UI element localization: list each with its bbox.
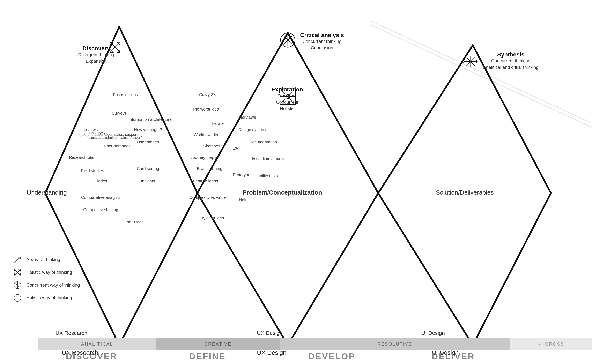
bottom-bar: UX Research UX Design UI Design ANALITIC…	[0, 327, 592, 364]
benchmark: Benchmark	[263, 156, 284, 161]
sketches: Sketches	[203, 144, 220, 149]
info-architecture: Information architecture	[128, 117, 172, 122]
goal-trees: Goal Trees	[124, 220, 144, 225]
interviews-detail: Interviews (users, stackeholder, sales, …	[86, 130, 142, 140]
surveys: Surveys	[112, 111, 127, 116]
feature-ideas: Feature ideas	[193, 179, 218, 183]
arrow-icon	[12, 255, 23, 264]
design-systems: Design systems	[238, 127, 267, 132]
hi-fi: Hi-fi	[239, 197, 246, 202]
svg-line-20	[14, 257, 20, 262]
complexity-vs-value: Complexity vs value	[189, 195, 226, 200]
insights: Insights	[141, 179, 155, 183]
svg-line-1	[370, 25, 592, 127]
expand-icon	[12, 268, 23, 277]
brainstorming: Brainstorming	[197, 166, 222, 171]
creative-segment: CREATIVE	[156, 338, 280, 350]
usability-tests: Usability tests	[252, 174, 278, 178]
svg-point-28	[14, 294, 21, 301]
discovery-label: Discovery Divergent thinking Expansion	[78, 45, 114, 65]
worst-idea: The worst idea	[192, 107, 219, 111]
svg-line-0	[370, 20, 592, 123]
understanding-label: Understanding	[27, 189, 67, 196]
synthesis-label: Synthesis Concurrent thinking Analitical…	[483, 51, 539, 71]
field-studies: Field studies	[81, 169, 104, 173]
diaries: Diaries	[94, 179, 107, 183]
circle-icon	[12, 294, 23, 302]
ux-design-bottom: UX Design	[257, 330, 283, 336]
prototypes: Prototypes	[233, 173, 252, 177]
legend: A way of thinking Holistic way of thinki…	[12, 255, 80, 306]
competitive-testing: Competitive testing	[83, 208, 118, 212]
main-container: Discovery Divergent thinking Expansion C…	[0, 0, 592, 364]
test: Test	[251, 156, 259, 161]
problem-label: Problem/Conceptualization	[243, 189, 322, 196]
discover-phase: DISCOVER	[66, 351, 117, 361]
workflow-ideas: Workflow ideas	[194, 132, 221, 137]
color-bar: ANALITICAL CREATIVE RESOLUTIVE N. CROSS	[0, 338, 592, 349]
user-personas: User personas	[104, 144, 131, 149]
iterate: Iterate	[212, 121, 224, 126]
comparative-analysis: Comparative analysis	[81, 195, 120, 200]
legend-item-3: Concurrent way of thinking	[12, 281, 80, 289]
critical-analysis-label: Critical analysis Concurrent thinking Co…	[300, 32, 344, 51]
interviews2: Interviews	[237, 115, 256, 120]
documentation: Documentation	[249, 140, 277, 144]
journey-maps: Journey maps	[191, 155, 217, 160]
legend-item-1: A way of thinking	[12, 255, 80, 264]
focus-groups: Focus groups	[113, 92, 138, 97]
exploration-label: Exploration Divergent Concurrent Holisti…	[271, 86, 303, 112]
define-phase: DEFINE	[189, 351, 226, 361]
asterisk-icon	[12, 281, 23, 289]
resolutive-segment: RESOLUTIVE	[280, 338, 510, 350]
legend-item-4: Holistic way of thinking	[12, 294, 80, 302]
legend-item-2: Holistic way of thinking	[12, 268, 80, 277]
deliver-phase: DELIVER	[432, 351, 475, 361]
develop-phase: DEVELOP	[308, 351, 355, 361]
styles-guides: Styles guides	[200, 216, 224, 221]
ncross-segment: N. CROSS	[510, 338, 592, 350]
card-sorting: Card sorting	[137, 166, 159, 171]
ui-design-bottom: UI Design	[421, 330, 445, 336]
lo-fi: Lo-fi	[232, 146, 241, 150]
ux-research-bottom: UX Research	[55, 330, 87, 336]
crazy-8s: Crazy 8's	[199, 92, 216, 97]
solution-label: Solution/Deliverables	[436, 189, 494, 196]
research-plan: Research plan	[69, 155, 96, 160]
analitical-segment: ANALITICAL	[38, 338, 156, 350]
user-stories: User stories	[137, 140, 159, 144]
